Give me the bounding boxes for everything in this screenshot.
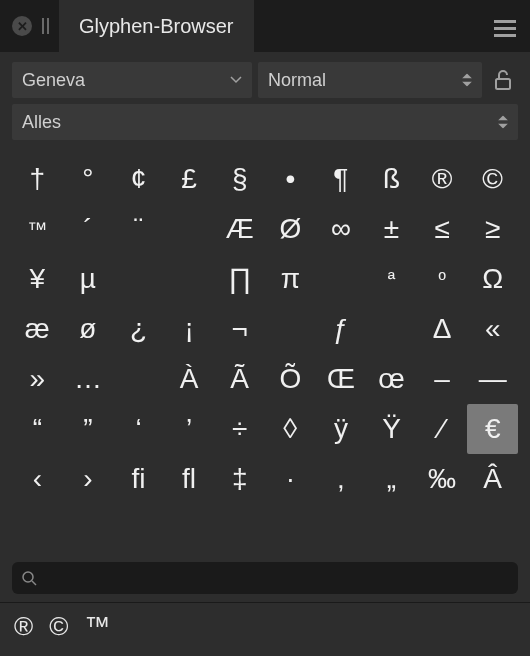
glyph-cell[interactable]: Ã [214, 354, 265, 404]
glyph-cell[interactable]: ƒ [316, 304, 367, 354]
glyph-cell[interactable] [265, 304, 316, 354]
recent-glyph[interactable]: ® [14, 611, 33, 642]
glyph-cell[interactable]: ™ [12, 204, 63, 254]
glyph-cell[interactable] [366, 304, 417, 354]
glyph-cell[interactable]: « [467, 304, 518, 354]
glyph-cell[interactable]: ∞ [316, 204, 367, 254]
glyph-browser-panel: ✕ Glyphen-Browser Geneva Normal [0, 0, 530, 656]
glyph-cell[interactable]: Ω [467, 254, 518, 304]
glyph-cell[interactable] [113, 354, 164, 404]
glyph-cell[interactable]: ª [366, 254, 417, 304]
svg-rect-0 [496, 79, 510, 89]
glyph-cell[interactable]: ≤ [417, 204, 468, 254]
glyph-cell[interactable]: Â [467, 454, 518, 504]
glyph-cell[interactable]: ◊ [265, 404, 316, 454]
glyph-cell[interactable]: π [265, 254, 316, 304]
glyph-cell[interactable]: ¬ [214, 304, 265, 354]
glyph-cell[interactable]: ‡ [214, 454, 265, 504]
glyph-cell[interactable]: ± [366, 204, 417, 254]
search-icon [22, 571, 37, 586]
glyph-cell[interactable]: § [214, 154, 265, 204]
glyph-cell[interactable]: ” [63, 404, 114, 454]
collapse-button[interactable] [42, 18, 49, 34]
glyph-cell[interactable]: æ [12, 304, 63, 354]
glyph-cell[interactable]: © [467, 154, 518, 204]
menu-icon[interactable] [494, 16, 516, 41]
glyph-cell[interactable]: ø [63, 304, 114, 354]
glyph-cell[interactable]: ´ [63, 204, 114, 254]
glyph-cell[interactable]: ¢ [113, 154, 164, 204]
search-input[interactable] [45, 570, 508, 587]
svg-line-2 [32, 581, 36, 585]
glyph-cell[interactable]: º [417, 254, 468, 304]
svg-point-1 [23, 572, 33, 582]
stepper-icon [462, 74, 472, 87]
glyph-cell[interactable]: Æ [214, 204, 265, 254]
glyph-cell[interactable] [164, 254, 215, 304]
recent-glyph[interactable]: © [49, 611, 68, 642]
glyph-cell[interactable]: · [265, 454, 316, 504]
glyph-cell[interactable]: ⁄ [417, 404, 468, 454]
glyph-cell[interactable] [164, 204, 215, 254]
glyph-cell[interactable]: ÷ [214, 404, 265, 454]
glyph-cell[interactable]: ® [417, 154, 468, 204]
lock-button[interactable] [488, 62, 518, 98]
glyph-cell[interactable]: › [63, 454, 114, 504]
glyph-cell[interactable]: ¶ [316, 154, 367, 204]
category-filter-value: Alles [22, 112, 61, 133]
close-button[interactable]: ✕ [12, 16, 32, 36]
recent-glyph[interactable]: ™ [84, 611, 110, 642]
glyph-cell[interactable]: Δ [417, 304, 468, 354]
glyph-cell[interactable]: ¥ [12, 254, 63, 304]
recent-glyphs: ®©™ [0, 602, 530, 656]
glyph-cell[interactable]: “ [12, 404, 63, 454]
glyph-cell[interactable]: Ø [265, 204, 316, 254]
glyph-cell[interactable] [316, 254, 367, 304]
glyph-cell[interactable]: £ [164, 154, 215, 204]
glyph-cell[interactable]: ∏ [214, 254, 265, 304]
panel-tab[interactable]: Glyphen-Browser [59, 0, 254, 52]
glyph-cell[interactable]: — [467, 354, 518, 404]
controls-area: Geneva Normal Alles [0, 52, 530, 148]
glyph-cell[interactable]: ‹ [12, 454, 63, 504]
glyph-cell[interactable]: – [417, 354, 468, 404]
glyph-cell[interactable]: µ [63, 254, 114, 304]
font-family-select[interactable]: Geneva [12, 62, 252, 98]
search-field[interactable] [12, 562, 518, 594]
glyph-cell[interactable]: ‰ [417, 454, 468, 504]
panel-title: Glyphen-Browser [79, 15, 234, 38]
glyph-cell[interactable]: Ÿ [366, 404, 417, 454]
glyph-grid: †°¢£§•¶ß®©™´¨ÆØ∞±≤≥¥µ∏πªºΩæø¿¡¬ƒΔ«»…ÀÃÕŒ… [0, 148, 530, 558]
glyph-cell[interactable]: À [164, 354, 215, 404]
glyph-cell[interactable]: œ [366, 354, 417, 404]
glyph-cell[interactable] [113, 254, 164, 304]
glyph-cell[interactable]: ﬁ [113, 454, 164, 504]
glyph-cell[interactable]: „ [366, 454, 417, 504]
titlebar: ✕ Glyphen-Browser [0, 0, 530, 52]
glyph-cell[interactable]: ﬂ [164, 454, 215, 504]
glyph-cell[interactable]: • [265, 154, 316, 204]
search-row [0, 558, 530, 602]
stepper-icon [498, 116, 508, 129]
glyph-cell[interactable]: ÿ [316, 404, 367, 454]
glyph-cell[interactable]: ¿ [113, 304, 164, 354]
category-filter-select[interactable]: Alles [12, 104, 518, 140]
glyph-cell[interactable]: … [63, 354, 114, 404]
font-style-value: Normal [268, 70, 326, 91]
glyph-cell[interactable]: Œ [316, 354, 367, 404]
glyph-cell[interactable]: ’ [164, 404, 215, 454]
glyph-cell[interactable]: † [12, 154, 63, 204]
glyph-cell[interactable]: € [467, 404, 518, 454]
glyph-cell[interactable]: Õ [265, 354, 316, 404]
glyph-cell[interactable]: ‘ [113, 404, 164, 454]
glyph-cell[interactable]: ¨ [113, 204, 164, 254]
chevron-down-icon [230, 76, 242, 84]
glyph-cell[interactable]: ° [63, 154, 114, 204]
font-style-select[interactable]: Normal [258, 62, 482, 98]
glyph-cell[interactable]: ¡ [164, 304, 215, 354]
glyph-cell[interactable]: ≥ [467, 204, 518, 254]
glyph-cell[interactable]: » [12, 354, 63, 404]
font-family-value: Geneva [22, 70, 85, 91]
glyph-cell[interactable]: ‚ [316, 454, 367, 504]
glyph-cell[interactable]: ß [366, 154, 417, 204]
